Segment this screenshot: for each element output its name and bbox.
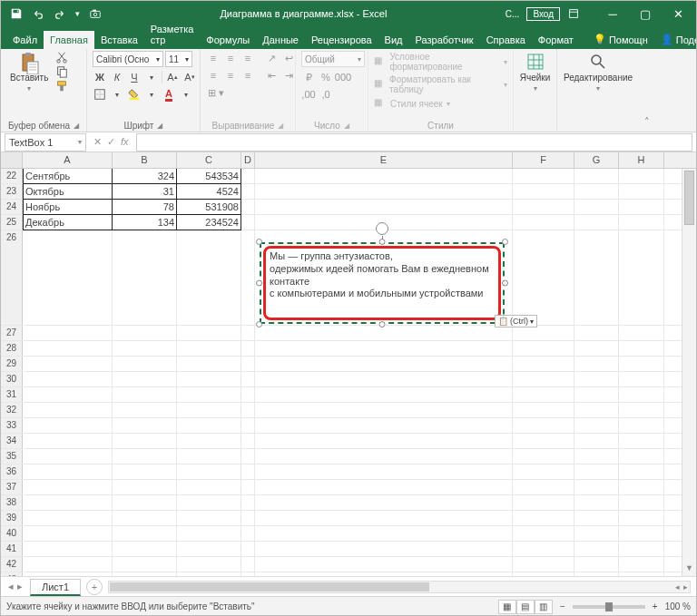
cell[interactable] <box>513 418 574 434</box>
cell[interactable] <box>619 572 664 576</box>
align-top-icon[interactable]: ≡ <box>206 51 221 65</box>
row-header[interactable]: 35 <box>1 449 23 464</box>
cell[interactable] <box>619 449 664 464</box>
cell[interactable] <box>177 387 241 403</box>
decrease-decimal-icon[interactable]: ,0 <box>319 87 333 102</box>
textbox-content[interactable]: Мы — группа энтузиастов, одержимых идеей… <box>263 246 501 320</box>
tab-developer[interactable]: Разработчик <box>409 31 480 49</box>
chevron-down-icon[interactable]: ▾ <box>144 87 159 102</box>
cell[interactable] <box>513 184 574 200</box>
resize-handle[interactable] <box>502 280 508 287</box>
tell-me-button[interactable]: 💡Помощн <box>587 30 654 49</box>
cell[interactable] <box>619 464 664 480</box>
cell[interactable] <box>574 511 619 526</box>
cell[interactable] <box>177 495 241 511</box>
cell[interactable] <box>23 572 113 576</box>
cell[interactable] <box>23 526 113 542</box>
cell[interactable] <box>241 511 255 526</box>
cell[interactable] <box>241 464 255 480</box>
cell[interactable] <box>241 526 255 542</box>
cell[interactable] <box>619 230 664 326</box>
cell[interactable] <box>619 418 664 434</box>
cancel-formula-icon[interactable]: ✕ <box>93 136 102 148</box>
tab-pagelayout[interactable]: Разметка стр <box>144 20 201 49</box>
wrap-text-icon[interactable]: ↩ <box>281 51 296 65</box>
paste-options-button[interactable]: 📋 (Ctrl) ▾ <box>495 315 537 328</box>
cell[interactable] <box>255 449 513 464</box>
cell[interactable] <box>513 557 574 572</box>
row-header[interactable]: 22 <box>1 169 23 183</box>
cell[interactable] <box>113 511 177 526</box>
camera-icon[interactable] <box>89 7 102 20</box>
sheet-tab[interactable]: Лист1 <box>30 579 81 596</box>
cell[interactable] <box>513 341 574 357</box>
redo-icon[interactable] <box>54 7 66 20</box>
row-header[interactable]: 24 <box>1 200 23 214</box>
cell[interactable] <box>255 526 513 542</box>
cell[interactable] <box>619 200 664 215</box>
cell[interactable] <box>619 169 664 184</box>
cell[interactable] <box>113 372 177 387</box>
cell[interactable] <box>241 357 255 372</box>
cell[interactable] <box>619 215 664 230</box>
font-launcher-icon[interactable]: ◢ <box>157 122 162 130</box>
scroll-down-icon[interactable]: ▼ <box>682 563 696 576</box>
align-right-icon[interactable]: ≡ <box>241 68 255 83</box>
cell[interactable] <box>113 418 177 434</box>
cell[interactable] <box>619 557 664 572</box>
cell[interactable] <box>574 495 619 511</box>
clipboard-launcher-icon[interactable]: ◢ <box>74 122 79 130</box>
ribbon-options-icon[interactable] <box>567 7 593 20</box>
cell[interactable] <box>177 326 241 341</box>
cell[interactable]: 4524 <box>177 184 241 200</box>
format-as-table-button[interactable]: ▦Форматировать как таблицу▾ <box>374 73 507 95</box>
horizontal-scrollbar[interactable]: ◂▸ <box>108 581 691 593</box>
number-launcher-icon[interactable]: ◢ <box>344 122 349 130</box>
cell[interactable] <box>23 542 113 557</box>
cell[interactable] <box>513 449 574 464</box>
bold-button[interactable]: Ж <box>93 70 107 84</box>
cell[interactable] <box>177 511 241 526</box>
cut-icon[interactable] <box>55 51 68 64</box>
row-header[interactable]: 25 <box>1 215 23 230</box>
minimize-button[interactable]: ─ <box>600 7 625 21</box>
view-pagebreak-icon[interactable]: ▥ <box>535 600 553 614</box>
cell[interactable] <box>177 357 241 372</box>
cell[interactable] <box>619 387 664 403</box>
cell[interactable] <box>113 557 177 572</box>
cell[interactable] <box>241 434 255 449</box>
align-left-icon[interactable]: ≡ <box>206 68 221 83</box>
cell[interactable] <box>113 495 177 511</box>
cell[interactable] <box>574 184 619 200</box>
cell[interactable]: 31 <box>113 184 177 200</box>
row-header[interactable]: 23 <box>1 184 23 199</box>
cell[interactable] <box>23 557 113 572</box>
worksheet-grid[interactable]: A B C D E F G H 22Сентябрь32454353423Окт… <box>1 152 696 576</box>
cell[interactable] <box>513 200 574 215</box>
cell[interactable] <box>513 464 574 480</box>
cell[interactable] <box>241 403 255 418</box>
cell[interactable] <box>255 557 513 572</box>
cell[interactable] <box>23 464 113 480</box>
col-header[interactable]: F <box>513 152 574 168</box>
resize-handle[interactable] <box>256 239 262 245</box>
cell[interactable] <box>23 357 113 372</box>
zoom-in-button[interactable]: + <box>653 601 658 611</box>
decrease-font-icon[interactable]: A▾ <box>182 70 197 84</box>
cell[interactable] <box>513 511 574 526</box>
align-center-icon[interactable]: ≡ <box>223 68 238 83</box>
cell[interactable] <box>177 557 241 572</box>
cell[interactable] <box>241 418 255 434</box>
row-header[interactable]: 30 <box>1 372 23 386</box>
cell[interactable] <box>255 326 513 341</box>
cell[interactable] <box>574 449 619 464</box>
tab-review[interactable]: Рецензирова <box>305 31 378 49</box>
cell[interactable] <box>574 403 619 418</box>
cell[interactable] <box>619 372 664 387</box>
zoom-slider[interactable] <box>573 605 645 609</box>
cell[interactable] <box>177 464 241 480</box>
qat-dropdown-icon[interactable]: ▾ <box>75 9 80 18</box>
increase-indent-icon[interactable]: ⇥ <box>281 68 296 83</box>
cell[interactable] <box>513 542 574 557</box>
cell[interactable] <box>513 434 574 449</box>
